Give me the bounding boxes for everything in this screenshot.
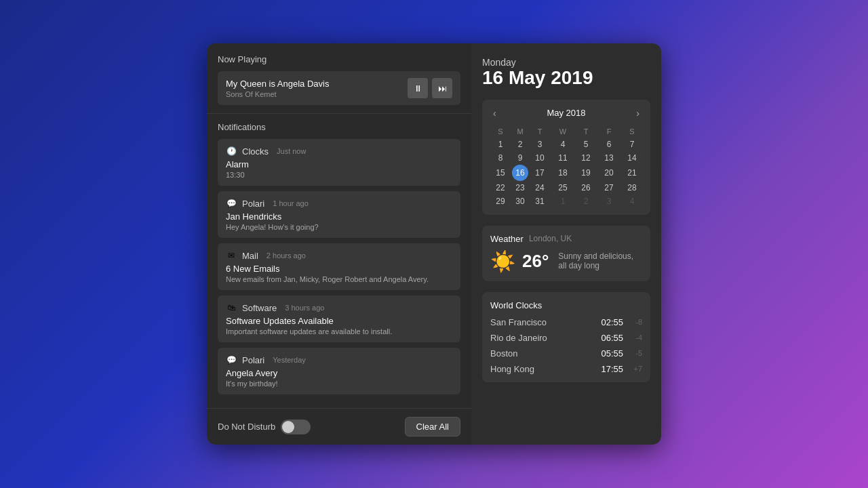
notification-item: 🕐 Clocks Just now Alarm 13:30 xyxy=(218,139,460,186)
now-playing-section: Now Playing My Queen is Angela Davis Son… xyxy=(207,43,471,114)
cal-prev-button[interactable]: ‹ xyxy=(489,106,500,120)
notif-app-name: Mail xyxy=(242,251,258,261)
notif-app-name: Polari xyxy=(242,199,264,209)
cal-day-cell[interactable]: 4 xyxy=(551,138,574,151)
dnd-label: Do Not Disturb xyxy=(218,422,275,432)
calendar-header: ‹ May 2018 › xyxy=(489,106,644,120)
notif-body-title: Angela Avery xyxy=(226,368,452,378)
clock-time: 05:55 xyxy=(601,348,623,359)
cal-day-cell[interactable]: 14 xyxy=(620,151,644,165)
cal-day-cell[interactable]: 2 xyxy=(574,195,597,208)
cal-day-header: S xyxy=(489,125,512,138)
pause-button[interactable]: ⏸ xyxy=(408,78,428,98)
weather-widget: Weather London, UK ☀️ 26° Sunny and deli… xyxy=(482,226,650,281)
clock-time: 17:55 xyxy=(601,364,623,374)
weather-header: Weather London, UK xyxy=(490,234,642,244)
notif-app-icon: 💬 xyxy=(226,354,237,365)
cal-day-cell[interactable]: 13 xyxy=(597,151,620,165)
cal-day-cell[interactable]: 31 xyxy=(528,195,551,208)
cal-day-cell[interactable]: 3 xyxy=(597,195,620,208)
track-name: My Queen is Angela Davis xyxy=(226,79,329,89)
clock-time-group: 06:55 -4 xyxy=(601,333,642,343)
clock-time-group: 17:55 +7 xyxy=(601,364,642,374)
cal-day-cell[interactable]: 24 xyxy=(528,181,551,195)
world-clocks-title: World Clocks xyxy=(490,300,642,310)
cal-day-cell[interactable]: 8 xyxy=(489,151,512,165)
clock-time: 02:55 xyxy=(601,317,623,327)
cal-day-cell[interactable]: 25 xyxy=(551,181,574,195)
cal-day-cell[interactable]: 11 xyxy=(551,151,574,165)
player-controls: ⏸ ⏭ xyxy=(408,78,452,98)
calendar-grid: SMTWTFS 12345678910111213141516171819202… xyxy=(489,125,644,208)
skip-button[interactable]: ⏭ xyxy=(432,78,452,98)
cal-day-cell[interactable]: 15 xyxy=(489,165,512,181)
cal-day-cell[interactable]: 18 xyxy=(551,165,574,181)
cal-day-cell[interactable]: 1 xyxy=(551,195,574,208)
notif-body-title: 6 New Emails xyxy=(226,264,452,274)
cal-day-cell[interactable]: 2 xyxy=(512,138,528,151)
cal-day-header: T xyxy=(528,125,551,138)
cal-day-header: M xyxy=(512,125,528,138)
cal-day-cell[interactable]: 9 xyxy=(512,151,528,165)
now-playing-card: My Queen is Angela Davis Sons Of Kemet ⏸… xyxy=(218,71,460,105)
clock-city: Boston xyxy=(490,348,517,359)
cal-day-cell[interactable]: 12 xyxy=(574,151,597,165)
notif-item-header: 🕐 Clocks Just now xyxy=(226,146,452,157)
cal-day-cell[interactable]: 4 xyxy=(620,195,644,208)
notif-app-icon: ✉ xyxy=(226,250,237,261)
weather-body: ☀️ 26° Sunny and delicious, all day long xyxy=(490,249,642,273)
left-footer: Do Not Disturb Clear All xyxy=(207,408,471,445)
day-name: Monday xyxy=(482,57,650,68)
notif-time: 3 hours ago xyxy=(285,304,324,312)
cal-day-cell[interactable]: 26 xyxy=(574,181,597,195)
notification-item: 🛍 Software 3 hours ago Software Updates … xyxy=(218,296,460,342)
cal-day-cell[interactable]: 3 xyxy=(528,138,551,151)
right-panel: Monday 16 May 2019 ‹ May 2018 › SMTWTFS … xyxy=(471,43,661,445)
cal-day-cell[interactable]: 16 xyxy=(512,165,528,181)
date-section: Monday 16 May 2019 xyxy=(482,57,650,89)
full-date: 16 May 2019 xyxy=(482,68,650,89)
notif-item-header: ✉ Mail 2 hours ago xyxy=(226,250,452,261)
cal-day-cell[interactable]: 22 xyxy=(489,181,512,195)
cal-day-cell[interactable]: 10 xyxy=(528,151,551,165)
notif-body-sub: It's my birthday! xyxy=(226,380,452,388)
cal-day-cell[interactable]: 20 xyxy=(597,165,620,181)
notifications-title: Notifications xyxy=(218,122,460,132)
world-clocks-widget: World Clocks San Francisco 02:55 -8 Rio … xyxy=(482,292,650,382)
cal-day-cell[interactable]: 19 xyxy=(574,165,597,181)
clock-offset: -8 xyxy=(629,318,642,326)
track-info: My Queen is Angela Davis Sons Of Kemet xyxy=(226,79,329,98)
artist-name: Sons Of Kemet xyxy=(226,90,329,98)
clock-time-group: 02:55 -8 xyxy=(601,317,642,327)
toggle-knob xyxy=(282,421,294,433)
cal-day-cell[interactable]: 29 xyxy=(489,195,512,208)
calendar-widget: ‹ May 2018 › SMTWTFS 1234567891011121314… xyxy=(482,100,650,215)
notif-body-sub: 13:30 xyxy=(226,171,452,179)
cal-day-cell[interactable]: 5 xyxy=(574,138,597,151)
clock-offset: +7 xyxy=(629,365,642,373)
clear-all-button[interactable]: Clear All xyxy=(405,417,460,436)
cal-next-button[interactable]: › xyxy=(632,106,644,120)
cal-day-cell[interactable]: 21 xyxy=(620,165,644,181)
cal-day-cell[interactable]: 27 xyxy=(597,181,620,195)
cal-day-cell[interactable]: 23 xyxy=(512,181,528,195)
notif-item-header: 💬 Polari 1 hour ago xyxy=(226,198,452,209)
notification-item: ✉ Mail 2 hours ago 6 New Emails New emai… xyxy=(218,243,460,290)
notif-body-title: Software Updates Available xyxy=(226,316,452,326)
clock-row: Boston 05:55 -5 xyxy=(490,348,642,359)
cal-day-cell[interactable]: 28 xyxy=(620,181,644,195)
notif-body-sub: Hey Angela! How's it going? xyxy=(226,223,452,231)
now-playing-title: Now Playing xyxy=(218,54,460,64)
notif-app-icon: 💬 xyxy=(226,198,237,209)
cal-day-cell[interactable]: 17 xyxy=(528,165,551,181)
notif-time: 2 hours ago xyxy=(267,251,306,260)
cal-day-cell[interactable]: 30 xyxy=(512,195,528,208)
notification-item: 💬 Polari 1 hour ago Jan Hendricks Hey An… xyxy=(218,191,460,238)
cal-day-cell[interactable]: 1 xyxy=(489,138,512,151)
notifications-list: 🕐 Clocks Just now Alarm 13:30 💬 Polari 1… xyxy=(218,139,460,394)
clock-time: 06:55 xyxy=(601,333,623,343)
clock-city: San Francisco xyxy=(490,317,547,327)
cal-day-cell[interactable]: 7 xyxy=(620,138,644,151)
cal-day-cell[interactable]: 6 xyxy=(597,138,620,151)
dnd-toggle[interactable] xyxy=(281,420,311,434)
